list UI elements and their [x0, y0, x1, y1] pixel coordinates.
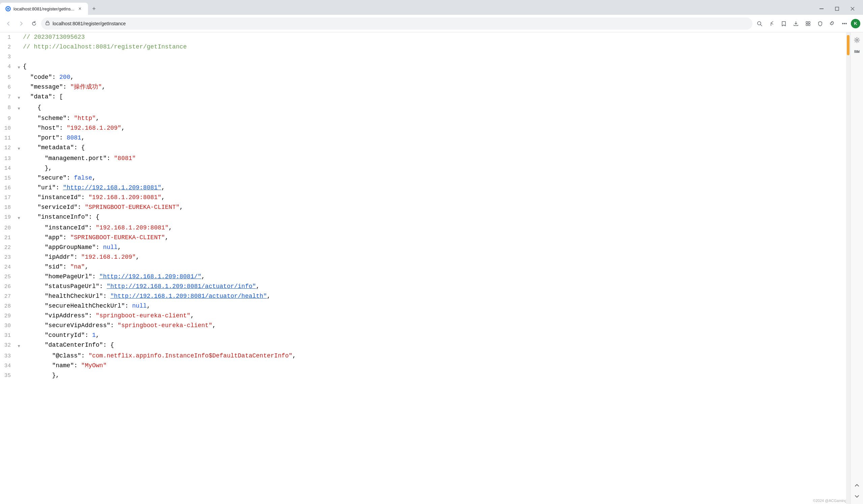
line-number: 15 [3, 173, 16, 183]
line-content: "homePageUrl": "http://192.168.1.209:808… [22, 272, 850, 281]
vertical-scrollbar[interactable] [846, 33, 850, 504]
line-content: "app": "SPRINGBOOT-EUREKA-CLIENT", [22, 233, 850, 242]
collapse-arrow[interactable] [16, 340, 22, 351]
json-line: 24 "sid": "na", [0, 262, 850, 272]
json-line: 30 "secureVipAddress": "springboot-eurek… [0, 321, 850, 331]
line-content: "management.port": "8081" [22, 154, 850, 163]
json-line: 32 "dataCenterInfo": { [0, 340, 850, 351]
link[interactable]: "http://192.168.1.209:8081/actuator/heal… [110, 293, 267, 299]
line-content: "healthCheckUrl": "http://192.168.1.209:… [22, 292, 850, 301]
scroll-down-button[interactable] [852, 491, 862, 501]
line-content: "instanceId": "192.168.1.209:8081", [22, 223, 850, 232]
tab-favicon [5, 6, 11, 11]
collapse-arrow[interactable] [16, 62, 22, 73]
json-line: 5 "code": 200, [0, 73, 850, 82]
svg-rect-10 [809, 24, 810, 26]
json-line: 15 "secure": false, [0, 173, 850, 183]
settings-button[interactable] [852, 35, 862, 45]
collapse-arrow[interactable] [16, 92, 22, 103]
address-text: localhost:8081/register/getInstance [53, 21, 748, 26]
svg-point-11 [844, 23, 845, 24]
collapse-arrow[interactable] [16, 143, 22, 154]
window-maximize-button[interactable] [829, 1, 845, 16]
puzzle-button[interactable] [827, 18, 838, 29]
svg-rect-7 [806, 22, 808, 23]
line-number: 6 [3, 82, 16, 92]
json-line: 20 "instanceId": "192.168.1.209:8081", [0, 223, 850, 233]
json-line: 27 "healthCheckUrl": "http://192.168.1.2… [0, 292, 850, 301]
share-button[interactable] [766, 18, 777, 29]
line-number: 2 [3, 42, 16, 52]
raw-button[interactable]: RAW [852, 47, 862, 56]
json-line: 23 "ipAddr": "192.168.1.209", [0, 252, 850, 262]
json-line: 13 "management.port": "8081" [0, 154, 850, 164]
json-line: 11 "port": 8081, [0, 133, 850, 143]
json-line: 3 [0, 52, 850, 62]
svg-point-14 [856, 39, 858, 41]
line-content: "port": 8081, [22, 133, 850, 142]
active-tab[interactable]: localhost:8081/register/getIns... ✕ [0, 3, 88, 15]
browser-chrome: localhost:8081/register/getIns... ✕ + [0, 0, 863, 33]
line-number: 29 [3, 311, 16, 321]
line-number: 25 [3, 272, 16, 282]
collapse-arrow[interactable] [16, 103, 22, 114]
json-line: 26 "statusPageUrl": "http://192.168.1.20… [0, 282, 850, 292]
line-content: "ipAddr": "192.168.1.209", [22, 252, 850, 262]
json-line: 2// http://localhost:8081/register/getIn… [0, 42, 850, 52]
profile-button[interactable]: K [851, 19, 860, 28]
new-tab-button[interactable]: + [89, 4, 99, 13]
line-number: 4 [3, 62, 16, 72]
line-content: "vipAddress": "springboot-eureka-client"… [22, 311, 850, 320]
line-content: "secureHealthCheckUrl": null, [22, 301, 850, 311]
scroll-up-button[interactable] [852, 480, 862, 491]
window-minimize-button[interactable] [814, 1, 829, 16]
line-content: "message": "操作成功", [22, 82, 850, 92]
browser-shield-button[interactable] [814, 18, 826, 29]
content-area: 1// 202307130956232// http://localhost:8… [0, 33, 863, 504]
link[interactable]: "http://192.168.1.209:8081/" [99, 273, 201, 280]
grid-button[interactable] [839, 18, 850, 29]
svg-rect-0 [820, 9, 824, 9]
forward-button[interactable] [15, 18, 27, 29]
svg-point-13 [846, 23, 847, 24]
json-line: 17 "instanceId": "192.168.1.209:8081", [0, 193, 850, 203]
line-content: "name": "MyOwn" [22, 361, 850, 370]
link[interactable]: "http://192.168.1.209:8081/actuator/info… [107, 283, 256, 290]
extensions-button[interactable] [802, 18, 814, 29]
collapse-arrow[interactable] [16, 212, 22, 223]
line-content: "secureVipAddress": "springboot-eureka-c… [22, 321, 850, 330]
json-viewer[interactable]: 1// 202307130956232// http://localhost:8… [0, 33, 850, 504]
json-line: 28 "secureHealthCheckUrl": null, [0, 301, 850, 311]
line-number: 5 [3, 73, 16, 82]
line-content: "instanceId": "192.168.1.209:8081", [22, 193, 850, 202]
line-number: 28 [3, 301, 16, 311]
line-number: 3 [3, 52, 16, 62]
json-line: 9 "scheme": "http", [0, 114, 850, 123]
address-bar[interactable]: localhost:8081/register/getInstance [41, 17, 752, 30]
reload-button[interactable] [28, 18, 40, 29]
line-content: "metadata": { [22, 143, 850, 152]
line-content: "instanceInfo": { [22, 212, 850, 222]
svg-line-6 [761, 25, 762, 26]
download-button[interactable] [790, 18, 802, 29]
line-content: "sid": "na", [22, 262, 850, 272]
line-content: { [22, 62, 850, 71]
search-button[interactable] [754, 18, 765, 29]
line-content: "uri": "http://192.168.1.209:8081", [22, 183, 850, 192]
scrollbar-thumb[interactable] [847, 35, 850, 55]
bookmark-button[interactable] [778, 18, 789, 29]
right-sidebar: RAW [850, 33, 863, 504]
line-number: 7 [3, 92, 16, 102]
tab-close-button[interactable]: ✕ [77, 6, 83, 11]
line-number: 33 [3, 351, 16, 361]
json-line: 34 "name": "MyOwn" [0, 361, 850, 371]
back-button[interactable] [3, 18, 14, 29]
link[interactable]: "http://192.168.1.209:8081" [63, 184, 162, 191]
window-close-button[interactable] [845, 1, 860, 16]
svg-point-12 [842, 23, 843, 24]
line-number: 32 [3, 340, 16, 350]
line-number: 30 [3, 321, 16, 331]
json-line: 31 "countryId": 1, [0, 331, 850, 340]
line-number: 20 [3, 223, 16, 233]
json-line: 12 "metadata": { [0, 143, 850, 154]
